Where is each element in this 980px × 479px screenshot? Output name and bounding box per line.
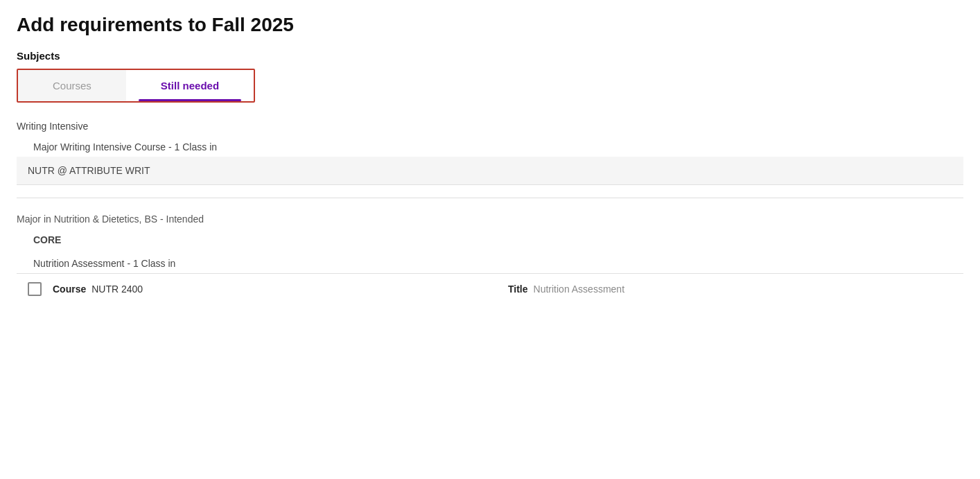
nutrition-assessment-sub-header: Nutrition Assessment - 1 Class in [17,251,963,273]
title-section: Title Nutrition Assessment [508,284,952,295]
writing-intensive-group: Writing Intensive Major Writing Intensiv… [17,115,963,185]
tab-container: Courses Still needed [17,69,255,103]
writing-intensive-sub-header: Major Writing Intensive Course - 1 Class… [17,134,963,157]
tab-courses[interactable]: Courses [18,70,126,101]
course-value: NUTR 2400 [91,284,143,295]
course-row: Course NUTR 2400 Title Nutrition Assessm… [17,273,963,304]
title-label: Title [508,284,528,295]
course-info: Course NUTR 2400 [53,284,497,295]
page-title: Add requirements to Fall 2025 [17,14,963,36]
course-label: Course [53,284,86,295]
section-divider [17,198,963,198]
subjects-label: Subjects [17,50,963,62]
writing-intensive-row: NUTR @ ATTRIBUTE WRIT [17,157,963,185]
writing-intensive-label: Writing Intensive [17,115,963,134]
core-label: CORE [17,229,963,251]
title-value: Nutrition Assessment [534,284,625,295]
major-header: Major in Nutrition & Dietetics, BS - Int… [17,204,963,229]
course-checkbox[interactable] [28,282,42,296]
tab-still-needed[interactable]: Still needed [126,70,254,101]
